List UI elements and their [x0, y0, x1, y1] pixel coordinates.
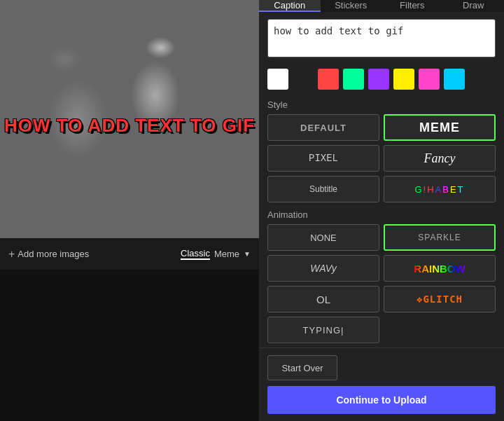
ol-label: OL [316, 294, 330, 305]
alphabet-colored-text: G ! H A B E T [414, 184, 464, 195]
add-images-button[interactable]: + Add more images [8, 248, 89, 261]
color-swatch-cyan[interactable] [444, 69, 465, 90]
style-meme-button[interactable]: MEME [384, 114, 496, 141]
right-panel: Caption Stickers Filters Draw how to add… [259, 0, 504, 421]
color-swatch-purple[interactable] [368, 69, 389, 90]
style-section-label: Style [259, 97, 504, 114]
tabs-bar: Caption Stickers Filters Draw [259, 0, 504, 12]
anim-ol-button[interactable]: OL [267, 286, 379, 312]
gif-placeholder: HOW TO ADD TEXT TO GIF [0, 0, 259, 238]
continue-to-upload-button[interactable]: Continue to Upload [267, 386, 496, 414]
color-swatch-black[interactable] [293, 69, 314, 90]
animation-grid: NONE SPARKLE WAVy RAINBOW OL ❖GLITCH TYP… [259, 224, 504, 347]
plus-icon: + [8, 248, 15, 261]
classic-style-option[interactable]: Classic [181, 248, 210, 260]
alpha-t: T [458, 184, 465, 195]
meme-style-option[interactable]: Meme [214, 249, 239, 259]
anim-none-button[interactable]: NONE [267, 224, 379, 251]
color-swatches [259, 66, 504, 97]
style-pixel-button[interactable]: PIXEL [267, 145, 379, 172]
glitch-label: ❖GLITCH [416, 294, 463, 305]
animation-section-label: Animation [259, 207, 504, 224]
color-swatch-white[interactable] [267, 69, 288, 90]
color-swatch-pink[interactable] [419, 69, 440, 90]
anim-glitch-button[interactable]: ❖GLITCH [384, 286, 496, 312]
style-subtitle-button[interactable]: Subtitle [267, 176, 379, 202]
style-selector: Classic Meme ▼ [181, 248, 251, 260]
caption-textarea[interactable]: how to add text to gif [267, 19, 496, 57]
wavy-label: WAVy [310, 263, 337, 274]
color-swatch-green[interactable] [343, 69, 364, 90]
alpha-a: A [435, 184, 443, 195]
gif-overlay-text: HOW TO ADD TEXT TO GIF [4, 115, 255, 137]
rainbow-label: RAINBOW [414, 263, 465, 275]
alpha-b: B [442, 184, 450, 195]
start-over-button[interactable]: Start Over [267, 355, 337, 380]
bottom-buttons: Start Over Continue to Upload [259, 347, 504, 421]
color-swatch-red[interactable] [318, 69, 339, 90]
bottom-bar: + Add more images Classic Meme ▼ [0, 238, 259, 270]
color-swatch-yellow[interactable] [393, 69, 414, 90]
add-images-label: Add more images [18, 249, 89, 259]
text-input-area: how to add text to gif [259, 12, 504, 66]
left-panel: HOW TO ADD TEXT TO GIF + Add more images… [0, 0, 259, 421]
tab-stickers[interactable]: Stickers [321, 0, 382, 12]
anim-wavy-button[interactable]: WAVy [267, 255, 379, 282]
anim-sparkle-button[interactable]: SPARKLE [384, 224, 496, 251]
tab-draw[interactable]: Draw [443, 0, 505, 12]
alpha-h: H [427, 184, 435, 195]
style-alphabet-button[interactable]: G ! H A B E T [384, 176, 496, 202]
style-fancy-button[interactable]: Fancy [384, 145, 496, 172]
dropdown-arrow-icon[interactable]: ▼ [244, 250, 251, 258]
tab-filters[interactable]: Filters [382, 0, 443, 12]
gif-area: HOW TO ADD TEXT TO GIF [0, 0, 259, 238]
empty-area [0, 270, 259, 421]
typing-label: TYPING| [303, 325, 344, 336]
style-grid: DEFAULT MEME PIXEL Fancy Subtitle G ! H … [259, 114, 504, 207]
alpha-e: E [450, 184, 458, 195]
alpha-g: G [414, 184, 423, 195]
style-default-button[interactable]: DEFAULT [267, 114, 379, 141]
anim-rainbow-button[interactable]: RAINBOW [384, 255, 496, 282]
anim-typing-button[interactable]: TYPING| [267, 317, 379, 343]
tab-caption[interactable]: Caption [259, 0, 321, 12]
